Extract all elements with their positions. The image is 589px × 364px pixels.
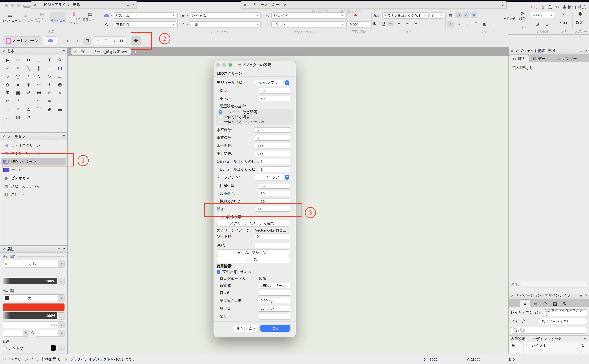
shadow-checkbox[interactable] xyxy=(3,346,7,350)
diameter-dimension-tool[interactable]: ⌀ xyxy=(44,105,55,113)
offset-tool[interactable]: ↪ xyxy=(34,97,44,105)
link-broken-icon[interactable]: ⊘ xyxy=(31,330,34,335)
layer-row[interactable]: ◉ ✓ レイヤ-1 1 xyxy=(509,342,589,349)
tab-classes[interactable]: ◠ xyxy=(540,299,550,307)
include-load-checkbox[interactable]: ✓ xyxy=(217,270,220,274)
shadow-menu-button[interactable]: ⋮ xyxy=(58,345,65,351)
tab-data[interactable]: ▤データ xyxy=(529,55,553,62)
layer-scale-value[interactable]: 1:100 xyxy=(558,21,567,25)
search-icon[interactable] xyxy=(548,5,551,9)
document-tab[interactable]: × LEDスクリーン_傾き設定.vwx xyxy=(71,48,131,55)
polygon-tool[interactable]: ▷ xyxy=(44,73,55,80)
zoom-level-select[interactable]: 988%∨ xyxy=(531,12,554,18)
wattage-input[interactable]: 0 xyxy=(255,234,290,239)
load-id-input[interactable]: LEDスクリーン xyxy=(259,283,290,288)
class-button[interactable]: クラス... xyxy=(217,256,290,263)
window-controls[interactable] xyxy=(5,4,23,8)
tab-render[interactable]: ♨レンダー xyxy=(553,55,581,62)
tab-design-layers[interactable]: ≡ xyxy=(520,299,530,307)
gear-menu-icon[interactable]: ⚙ ∨ xyxy=(531,4,537,9)
worksheet-tool[interactable]: ▥ xyxy=(13,113,23,121)
fit-page-icon[interactable]: ⊞ xyxy=(544,21,550,27)
text-tool[interactable]: T xyxy=(44,56,55,64)
spacing-mode-button[interactable]: ⊟ xyxy=(83,37,91,45)
unit-weight-input[interactable]: 0.00 kg/m xyxy=(259,298,290,303)
tape-measure-tool[interactable]: ▬ xyxy=(55,105,65,113)
visibility-settings-icon[interactable]: ◉ xyxy=(577,11,583,16)
ruler-icon[interactable]: ▭ xyxy=(559,10,567,18)
collapse-icon[interactable]: – xyxy=(39,3,41,7)
arc-tool[interactable]: ◜ xyxy=(23,73,34,80)
double-line-tool[interactable]: ∥ xyxy=(34,65,44,72)
circle-tool[interactable]: ○ xyxy=(2,73,13,80)
trim-tool[interactable]: × xyxy=(55,89,65,97)
line-weight-select[interactable]: 0.05 ∨ xyxy=(3,321,65,328)
magic-wand-tool[interactable]: ✶ xyxy=(44,81,55,88)
viewbar-settings-button[interactable]: 設定 xyxy=(576,20,583,25)
italic-button[interactable]: I xyxy=(378,22,380,26)
unified-view-button[interactable]: ≡統合ビュー xyxy=(50,12,66,22)
help-icon[interactable]: ? xyxy=(585,293,587,298)
toolset-item-speaker-array[interactable]: ▦スピーカーアレイ xyxy=(1,182,66,190)
callout-tool[interactable]: ✎ xyxy=(55,56,65,64)
view-filter-glasses-icon[interactable]: ∞ xyxy=(264,22,270,27)
working-plane-snap-icon[interactable]: ⊞ xyxy=(481,21,488,27)
protractor-tool[interactable]: ◡ xyxy=(2,113,13,121)
marker-select[interactable]: ∨ xyxy=(35,330,65,337)
align-bottom-button[interactable]: ⊔ xyxy=(118,37,126,45)
snap-object-icon[interactable]: ⊡ xyxy=(455,12,462,18)
underline-button[interactable]: U xyxy=(382,22,385,26)
snap-distance-icon[interactable]: ⌖ xyxy=(447,21,454,27)
visibility-eye-icon[interactable]: ◉ xyxy=(511,343,515,348)
close-icon[interactable]: × xyxy=(34,2,36,7)
object-info-header[interactable]: × オブジェクト情報 - 形状 ≡ ? xyxy=(509,47,589,55)
flyover-tool[interactable]: ↻ xyxy=(23,56,34,64)
active-class-select[interactable]: 一般∨ xyxy=(190,21,261,27)
fillet-tool[interactable]: ◝ xyxy=(13,97,23,105)
collapse-icon[interactable]: – xyxy=(249,3,251,7)
hang-point-input[interactable] xyxy=(259,314,290,319)
classes-icon[interactable]: ∵ xyxy=(179,22,186,27)
plane-rotation-input[interactable]: 0.00° xyxy=(348,21,370,27)
offset-insertion-button[interactable]: ⤒ xyxy=(74,37,81,45)
close-icon[interactable]: × xyxy=(3,134,5,138)
fit-objects-icon[interactable]: ⊡ xyxy=(534,21,541,27)
drawing-canvas[interactable]: × LEDスクリーン_傾き設定.vwx + オブジェクトの設定 LEDスクリーン… xyxy=(67,47,509,354)
minimize-window-button[interactable] xyxy=(11,4,14,7)
snap-settings-button[interactable]: ⚙ 設定 xyxy=(518,11,527,21)
mirror-tool[interactable]: ⋈ xyxy=(34,89,44,97)
placement-option-overall-spacing[interactable]: 全体寸法と間隔 xyxy=(219,114,290,119)
dimension-diagonal-tool[interactable]: ↗ xyxy=(13,105,23,113)
rounded-rectangle-tool[interactable]: ▢ xyxy=(55,65,65,72)
previous-view-button[interactable]: ⇦前のビュー xyxy=(2,12,18,22)
menu-icon[interactable]: ≡ xyxy=(580,293,582,298)
render-teapot-icon[interactable]: ♨ xyxy=(264,13,270,18)
diameter-input[interactable]: 50 xyxy=(259,88,290,94)
toolset-item-tv[interactable]: テレビ xyxy=(1,166,66,174)
selection-tool[interactable]: ▶ xyxy=(2,56,13,64)
chevron-down-icon[interactable]: ∨ xyxy=(521,26,523,29)
snap-angle-icon[interactable]: ∠ xyxy=(463,12,469,18)
line-color-bar[interactable] xyxy=(3,304,65,311)
autoplane-button[interactable]: オートプレーン xyxy=(3,36,42,45)
plane-mode-select[interactable]: カスタム∨ xyxy=(113,13,176,19)
tab-references[interactable]: ↻ xyxy=(560,299,570,307)
rotate-tool[interactable]: ↺ xyxy=(23,89,34,97)
smart-edge-icon[interactable]: ◇ xyxy=(464,21,471,27)
total-weight-input[interactable]: 22.68 kg xyxy=(259,306,290,312)
home-icon[interactable]: ⌂ xyxy=(541,4,544,9)
close-icon[interactable]: × xyxy=(244,2,246,7)
select-similar-tool[interactable]: ◎ xyxy=(55,81,65,88)
mail-icon[interactable]: ✉ xyxy=(556,4,559,9)
base-height-input[interactable]: 50 xyxy=(259,191,290,196)
align-left-button[interactable]: ≡ xyxy=(388,21,393,26)
projection-cube-icon[interactable]: ◇ xyxy=(103,22,110,27)
connect-tool[interactable]: ⌐ xyxy=(55,97,65,105)
column-layer-name[interactable]: デザインレイヤ名 xyxy=(532,336,584,341)
line-type-select[interactable]: ∨ xyxy=(3,330,29,337)
menu-icon[interactable]: ≡ xyxy=(62,49,65,54)
tab-connections[interactable]: ∴ xyxy=(510,299,520,307)
delete-vertex-tool[interactable]: × xyxy=(2,65,13,72)
unfold-tool[interactable]: ⇓ xyxy=(13,65,23,72)
toolset-item-video-camera[interactable]: ◉ビデオカメラ xyxy=(1,174,66,182)
